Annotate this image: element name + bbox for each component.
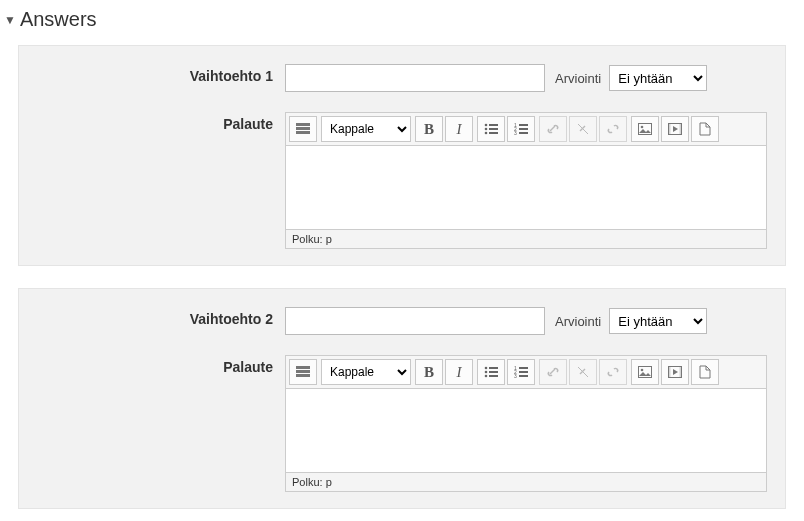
bullet-list-button[interactable] <box>477 359 505 385</box>
feedback-label: Palaute <box>35 355 285 375</box>
section-title: Answers <box>20 8 97 31</box>
bullet-list-button[interactable] <box>477 116 505 142</box>
answer-block-2: Vaihtoehto 2 Arviointi Ei yhtään Palaute… <box>18 288 786 509</box>
svg-rect-19 <box>680 124 682 135</box>
answer-block-1: Vaihtoehto 1 Arviointi Ei yhtään Palaute… <box>18 45 786 266</box>
image-button[interactable] <box>631 116 659 142</box>
option-row: Vaihtoehto 2 Arviointi Ei yhtään <box>35 307 769 335</box>
editor-toolbar: Kappale B I 123 <box>285 112 767 146</box>
svg-rect-6 <box>489 128 498 130</box>
paragraph-format-select[interactable]: Kappale <box>321 116 411 142</box>
media-button[interactable] <box>661 359 689 385</box>
svg-point-27 <box>485 375 488 378</box>
editor-status-bar: Polku: p <box>285 230 767 249</box>
file-button[interactable] <box>691 116 719 142</box>
svg-rect-1 <box>296 127 310 130</box>
svg-text:3: 3 <box>514 373 517 378</box>
svg-rect-21 <box>296 370 310 373</box>
svg-rect-34 <box>519 375 528 377</box>
svg-rect-8 <box>489 132 498 134</box>
feedback-editor[interactable] <box>285 389 767 473</box>
collapse-triangle-icon: ▼ <box>4 13 16 27</box>
svg-rect-14 <box>519 132 528 134</box>
feedback-label: Palaute <box>35 112 285 132</box>
editor-toolbar: Kappale B I 123 <box>285 355 767 389</box>
svg-point-16 <box>641 126 644 129</box>
svg-rect-0 <box>296 123 310 126</box>
media-button[interactable] <box>661 116 689 142</box>
option-row: Vaihtoehto 1 Arviointi Ei yhtään <box>35 64 769 92</box>
svg-rect-26 <box>489 371 498 373</box>
svg-rect-18 <box>669 124 671 135</box>
svg-rect-10 <box>519 124 528 126</box>
svg-rect-28 <box>489 375 498 377</box>
svg-rect-12 <box>519 128 528 130</box>
grade-label: Arviointi <box>555 314 601 329</box>
feedback-row: Palaute Kappale B I <box>35 112 769 249</box>
bold-button[interactable]: B <box>415 116 443 142</box>
editor-status-bar: Polku: p <box>285 473 767 492</box>
svg-rect-39 <box>680 367 682 378</box>
svg-point-23 <box>485 367 488 370</box>
unlink-button[interactable] <box>569 116 597 142</box>
link-button[interactable] <box>539 116 567 142</box>
toolbar-toggle-button[interactable] <box>289 359 317 385</box>
image-button[interactable] <box>631 359 659 385</box>
bold-button[interactable]: B <box>415 359 443 385</box>
option-label: Vaihtoehto 1 <box>35 64 285 84</box>
svg-rect-4 <box>489 124 498 126</box>
svg-rect-38 <box>669 367 671 378</box>
svg-rect-30 <box>519 367 528 369</box>
link-button[interactable] <box>539 359 567 385</box>
numbered-list-button[interactable]: 123 <box>507 116 535 142</box>
italic-button[interactable]: I <box>445 116 473 142</box>
toolbar-toggle-button[interactable] <box>289 116 317 142</box>
svg-rect-20 <box>296 366 310 369</box>
option-input[interactable] <box>285 64 545 92</box>
svg-point-36 <box>641 369 644 372</box>
svg-point-25 <box>485 371 488 374</box>
feedback-editor[interactable] <box>285 146 767 230</box>
grade-label: Arviointi <box>555 71 601 86</box>
numbered-list-button[interactable]: 123 <box>507 359 535 385</box>
grade-select[interactable]: Ei yhtään <box>609 65 707 91</box>
grade-select[interactable]: Ei yhtään <box>609 308 707 334</box>
paragraph-format-select[interactable]: Kappale <box>321 359 411 385</box>
anchor-button[interactable] <box>599 116 627 142</box>
unlink-button[interactable] <box>569 359 597 385</box>
svg-point-5 <box>485 128 488 131</box>
svg-rect-2 <box>296 131 310 134</box>
svg-rect-24 <box>489 367 498 369</box>
svg-point-3 <box>485 124 488 127</box>
svg-rect-22 <box>296 374 310 377</box>
anchor-button[interactable] <box>599 359 627 385</box>
svg-point-7 <box>485 132 488 135</box>
svg-rect-32 <box>519 371 528 373</box>
feedback-row: Palaute Kappale B I <box>35 355 769 492</box>
italic-button[interactable]: I <box>445 359 473 385</box>
svg-text:3: 3 <box>514 130 517 135</box>
section-header[interactable]: ▼ Answers <box>0 0 804 37</box>
option-label: Vaihtoehto 2 <box>35 307 285 327</box>
option-input[interactable] <box>285 307 545 335</box>
file-button[interactable] <box>691 359 719 385</box>
